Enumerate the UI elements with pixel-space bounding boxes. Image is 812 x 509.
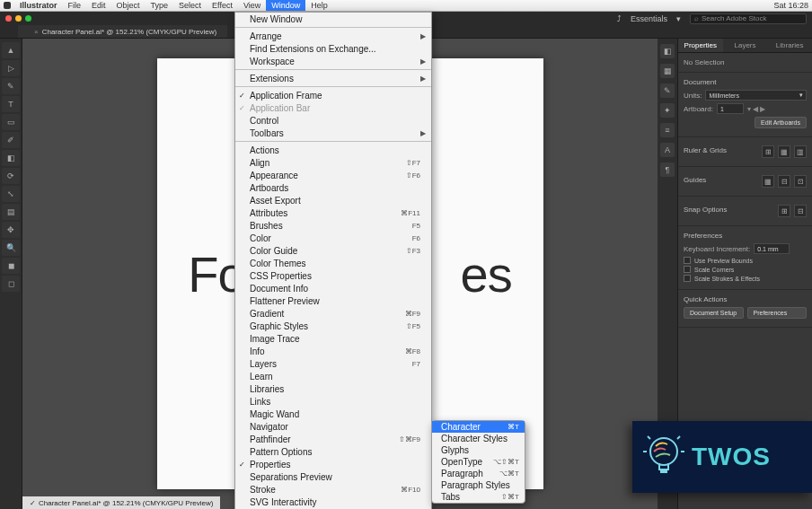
eraser-tool-icon[interactable]: ◧ [2, 150, 20, 166]
edit-artboards-button[interactable]: Edit Artboards [755, 117, 807, 128]
menu-item-color[interactable]: ColorF6 [235, 232, 431, 244]
submenu-item-character[interactable]: Character⌘T [432, 421, 525, 433]
menu-item-info[interactable]: Info⌘F8 [235, 345, 431, 357]
menu-item-new-window[interactable]: New Window [235, 13, 431, 25]
document-tab[interactable]: × Character Panel.ai* @ 152.21% (CMYK/GP… [18, 25, 227, 38]
menu-item-flattener-preview[interactable]: Flattener Preview [235, 294, 431, 307]
menu-edit[interactable]: Edit [86, 0, 111, 11]
menu-item-css-properties[interactable]: CSS Properties [235, 269, 431, 282]
ruler-icon[interactable]: ⊞ [762, 145, 774, 158]
stroke-swatch-icon[interactable]: ◻ [2, 276, 20, 292]
menu-item-toolbars[interactable]: Toolbars▶ [235, 127, 431, 139]
menu-item-artboards[interactable]: Artboards [235, 181, 431, 194]
use-preview-bounds-checkbox[interactable]: Use Preview Bounds [684, 257, 807, 264]
submenu-item-opentype[interactable]: OpenType⌥⇧⌘T [432, 456, 525, 468]
gradient-tool-icon[interactable]: ▤ [2, 204, 20, 220]
menu-item-magic-wand[interactable]: Magic Wand [235, 408, 431, 420]
fill-swatch-icon[interactable]: ◼ [2, 258, 20, 274]
paragraph-panel-icon[interactable]: ¶ [660, 162, 675, 177]
scale-corners-checkbox[interactable]: Scale Corners [684, 266, 807, 273]
submenu-item-glyphs[interactable]: Glyphs [432, 444, 525, 456]
menu-item-libraries[interactable]: Libraries [235, 382, 431, 395]
snap-icon-1[interactable]: ⊞ [778, 205, 790, 217]
menu-item-actions[interactable]: Actions [235, 144, 431, 156]
submenu-item-paragraph[interactable]: Paragraph⌥⌘T [432, 468, 525, 479]
direct-select-tool-icon[interactable]: ▷ [2, 60, 20, 76]
keyboard-increment-field[interactable]: 0.1 mm [754, 243, 790, 254]
transparency-grid-icon[interactable]: ▥ [794, 145, 807, 158]
grid-icon[interactable]: ▦ [778, 145, 790, 158]
menu-select[interactable]: Select [173, 0, 207, 11]
stroke-panel-icon[interactable]: ≡ [660, 123, 675, 137]
rotate-tool-icon[interactable]: ⟳ [2, 168, 20, 184]
scale-tool-icon[interactable]: ⤡ [2, 186, 20, 202]
menu-item-control[interactable]: Control [235, 114, 431, 127]
menu-item-attributes[interactable]: Attributes⌘F11 [235, 206, 431, 219]
submenu-item-character-styles[interactable]: Character Styles [432, 433, 525, 444]
menu-item-extensions[interactable]: Extensions▶ [235, 72, 431, 84]
menu-item-learn[interactable]: Learn [235, 370, 431, 382]
menu-item-properties[interactable]: Properties [235, 458, 431, 470]
tab-libraries[interactable]: Libraries [767, 39, 812, 52]
pen-tool-icon[interactable]: ✎ [2, 78, 20, 94]
submenu-item-paragraph-styles[interactable]: Paragraph Styles [432, 479, 525, 491]
close-tab-icon[interactable]: × [34, 28, 39, 36]
app-name[interactable]: Illustrator [14, 0, 63, 11]
snap-icon-2[interactable]: ⊟ [794, 205, 807, 217]
symbols-panel-icon[interactable]: ✦ [660, 103, 675, 118]
menu-item-color-themes[interactable]: Color Themes [235, 257, 431, 269]
menu-item-align[interactable]: Align⇧F7 [235, 156, 431, 169]
menu-item-links[interactable]: Links [235, 395, 431, 408]
search-adobe-stock[interactable]: ⌕ Search Adobe Stock [690, 13, 807, 24]
close-window-icon[interactable] [5, 15, 12, 22]
menu-window[interactable]: Window [266, 0, 305, 11]
menu-item-stroke[interactable]: Stroke⌘F10 [235, 483, 431, 496]
menu-item-navigator[interactable]: Navigator [235, 420, 431, 433]
guides-icon-1[interactable]: ▦ [762, 175, 774, 188]
menu-item-brushes[interactable]: BrushesF5 [235, 219, 431, 232]
scale-strokes-checkbox[interactable]: Scale Strokes & Effects [684, 275, 807, 282]
swatches-panel-icon[interactable]: ▦ [660, 64, 675, 78]
menu-item-separations-preview[interactable]: Separations Preview [235, 470, 431, 483]
rectangle-tool-icon[interactable]: ▭ [2, 114, 20, 130]
tab-layers[interactable]: Layers [723, 39, 768, 52]
brush-tool-icon[interactable]: ✐ [2, 132, 20, 148]
menu-object[interactable]: Object [111, 0, 146, 11]
menu-help[interactable]: Help [305, 0, 333, 11]
menu-item-image-trace[interactable]: Image Trace [235, 332, 431, 345]
menu-item-asset-export[interactable]: Asset Export [235, 194, 431, 206]
menu-item-pattern-options[interactable]: Pattern Options [235, 445, 431, 458]
color-panel-icon[interactable]: ◧ [660, 44, 675, 58]
menu-item-application-frame[interactable]: Application Frame [235, 89, 431, 101]
workspace-switcher[interactable]: Essentials [631, 14, 667, 23]
menu-item-arrange[interactable]: Arrange▶ [235, 30, 431, 42]
artboard-number[interactable]: 1 [717, 103, 744, 114]
guides-icon-2[interactable]: ⊟ [778, 175, 790, 188]
menu-item-appearance[interactable]: Appearance⇧F6 [235, 169, 431, 181]
menu-item-color-guide[interactable]: Color Guide⇧F3 [235, 244, 431, 257]
menu-item-find-extensions-on-exchange-[interactable]: Find Extensions on Exchange... [235, 42, 431, 55]
menu-item-pathfinder[interactable]: Pathfinder⇧⌘F9 [235, 433, 431, 445]
preferences-button[interactable]: Preferences [747, 307, 808, 319]
menu-item-gradient[interactable]: Gradient⌘F9 [235, 307, 431, 320]
chevron-down-icon[interactable]: ▾ [676, 14, 681, 23]
submenu-item-tabs[interactable]: Tabs⇧⌘T [432, 491, 525, 503]
menu-item-document-info[interactable]: Document Info [235, 282, 431, 294]
brushes-panel-icon[interactable]: ✎ [660, 83, 675, 98]
minimize-window-icon[interactable] [15, 15, 22, 22]
menu-view[interactable]: View [238, 0, 266, 11]
tab-properties[interactable]: Properties [678, 39, 723, 52]
type-tool-icon[interactable]: T [2, 96, 20, 112]
menu-item-graphic-styles[interactable]: Graphic Styles⇧F5 [235, 320, 431, 332]
menu-item-workspace[interactable]: Workspace▶ [235, 55, 431, 67]
open-document-indicator[interactable]: Character Panel.ai* @ 152.21% (CMYK/GPU … [22, 496, 220, 509]
menu-item-layers[interactable]: LayersF7 [235, 357, 431, 370]
eyedropper-tool-icon[interactable]: ✥ [2, 222, 20, 238]
character-panel-icon[interactable]: A [660, 143, 675, 157]
menu-type[interactable]: Type [146, 0, 174, 11]
menu-file[interactable]: File [63, 0, 87, 11]
document-setup-button[interactable]: Document Setup [684, 307, 744, 319]
units-dropdown[interactable]: Millimeters ▾ [705, 90, 807, 101]
selection-tool-icon[interactable]: ▲ [2, 42, 20, 58]
maximize-window-icon[interactable] [25, 15, 31, 22]
